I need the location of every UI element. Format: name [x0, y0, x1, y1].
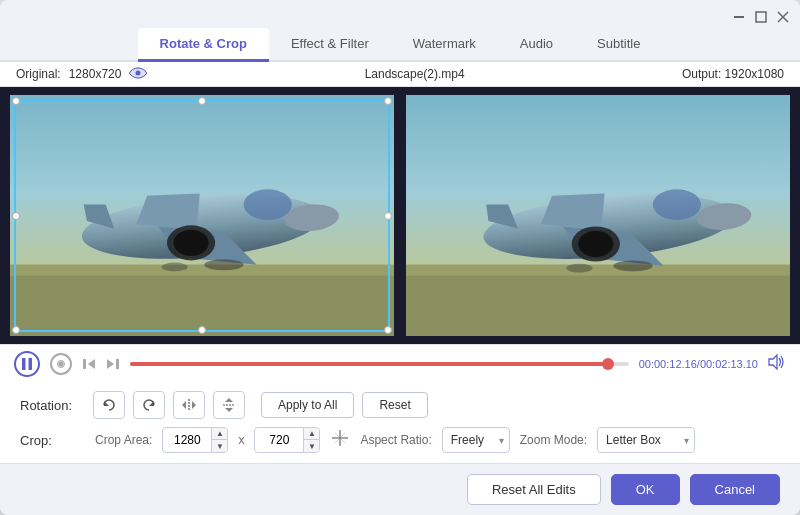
maximize-button[interactable] — [754, 10, 768, 24]
video-area — [0, 87, 800, 344]
rotation-label: Rotation: — [20, 398, 85, 413]
eye-icon[interactable] — [129, 66, 147, 82]
crop-width-down[interactable]: ▼ — [212, 440, 227, 453]
main-window: Rotate & Crop Effect & Filter Watermark … — [0, 0, 800, 515]
output-value: 1920x1080 — [725, 67, 784, 81]
info-bar: Original: 1280x720 Landscape(2).mp4 Outp… — [0, 62, 800, 87]
playback-bar: 00:00:12.16/00:02:13.10 — [0, 344, 800, 383]
svg-point-23 — [653, 189, 701, 220]
tab-effect-filter[interactable]: Effect & Filter — [269, 28, 391, 62]
svg-rect-20 — [406, 265, 790, 276]
tab-audio[interactable]: Audio — [498, 28, 575, 62]
zoom-mode-select-wrapper: Letter Box Pan & Scan Full — [597, 427, 695, 453]
original-label: Original: — [16, 67, 61, 81]
skip-back-button[interactable] — [82, 357, 96, 371]
rotate-right-button[interactable] — [133, 391, 165, 419]
svg-rect-36 — [83, 359, 86, 369]
crop-width-up[interactable]: ▲ — [212, 427, 227, 440]
info-output: Output: 1920x1080 — [682, 67, 784, 81]
video-panel-preview — [406, 95, 790, 336]
flip-horizontal-button[interactable] — [173, 391, 205, 419]
rotation-reset-button[interactable]: Reset — [362, 392, 427, 418]
progress-fill — [130, 362, 609, 366]
tab-rotate-crop[interactable]: Rotate & Crop — [138, 28, 269, 62]
close-button[interactable] — [776, 10, 790, 24]
crop-height-spinners: ▲ ▼ — [303, 427, 319, 453]
tab-watermark[interactable]: Watermark — [391, 28, 498, 62]
progress-bar[interactable] — [130, 362, 629, 366]
pause-button[interactable] — [14, 351, 40, 377]
crop-height-down[interactable]: ▼ — [304, 440, 319, 453]
svg-marker-43 — [182, 401, 186, 409]
zoom-mode-label: Zoom Mode: — [520, 433, 587, 447]
crop-width-input[interactable] — [163, 431, 211, 449]
video-divider — [398, 95, 402, 336]
stop-button[interactable] — [50, 353, 72, 375]
svg-rect-31 — [22, 358, 26, 370]
aspect-ratio-select-wrapper: Freely 16:9 4:3 1:1 9:16 — [442, 427, 510, 453]
tabs-row: Rotate & Crop Effect & Filter Watermark … — [0, 28, 800, 62]
svg-point-16 — [204, 259, 243, 270]
zoom-mode-select[interactable]: Letter Box Pan & Scan Full — [597, 427, 695, 453]
svg-point-4 — [136, 71, 141, 76]
svg-marker-46 — [225, 398, 233, 402]
rotate-left-button[interactable] — [93, 391, 125, 419]
svg-rect-1 — [756, 12, 766, 22]
aspect-ratio-select[interactable]: Freely 16:9 4:3 1:1 9:16 — [442, 427, 510, 453]
svg-point-15 — [174, 230, 209, 256]
crop-x-separator: x — [238, 433, 244, 447]
ok-button[interactable]: OK — [611, 474, 680, 505]
svg-marker-44 — [192, 401, 196, 409]
rotation-row: Rotation: — [20, 391, 780, 419]
crop-height-up[interactable]: ▲ — [304, 427, 319, 440]
svg-marker-47 — [225, 408, 233, 412]
svg-marker-35 — [88, 359, 95, 369]
svg-point-10 — [244, 189, 292, 220]
footer-bar: Reset All Edits OK Cancel — [0, 463, 800, 515]
svg-rect-7 — [10, 265, 394, 276]
crop-area-label: Crop Area: — [95, 433, 152, 447]
crop-row: Crop: Crop Area: ▲ ▼ x ▲ ▼ — [20, 427, 780, 453]
crop-height-input-group: ▲ ▼ — [254, 427, 320, 453]
svg-point-17 — [161, 263, 187, 272]
minimize-button[interactable] — [732, 10, 746, 24]
cancel-button[interactable]: Cancel — [690, 474, 780, 505]
video-panel-original — [10, 95, 394, 336]
svg-marker-37 — [107, 359, 114, 369]
flip-vertical-button[interactable] — [213, 391, 245, 419]
svg-point-30 — [566, 264, 592, 273]
output-label: Output: — [682, 67, 721, 81]
info-original: Original: 1280x720 — [16, 66, 147, 82]
svg-rect-34 — [59, 362, 64, 367]
time-display: 00:00:12.16/00:02:13.10 — [639, 358, 758, 370]
volume-icon[interactable] — [768, 354, 786, 374]
svg-rect-32 — [29, 358, 33, 370]
svg-marker-40 — [104, 401, 109, 406]
video-panels — [0, 95, 800, 336]
svg-point-29 — [613, 260, 652, 271]
svg-point-28 — [578, 231, 613, 257]
title-bar — [0, 0, 800, 28]
crop-width-spinners: ▲ ▼ — [211, 427, 227, 453]
svg-rect-0 — [734, 16, 744, 18]
filename: Landscape(2).mp4 — [365, 67, 465, 81]
progress-thumb[interactable] — [602, 358, 614, 370]
crop-width-input-group: ▲ ▼ — [162, 427, 228, 453]
aspect-ratio-label: Aspect Ratio: — [360, 433, 431, 447]
svg-marker-39 — [769, 355, 777, 369]
original-value: 1280x720 — [69, 67, 122, 81]
tab-subtitle[interactable]: Subtitle — [575, 28, 662, 62]
skip-forward-button[interactable] — [106, 357, 120, 371]
crop-center-icon[interactable] — [330, 428, 350, 452]
apply-to-all-button[interactable]: Apply to All — [261, 392, 354, 418]
video-frame-original — [10, 95, 394, 336]
controls-area: Rotation: — [0, 383, 800, 463]
svg-rect-38 — [116, 359, 119, 369]
video-frame-preview — [406, 95, 790, 336]
reset-all-edits-button[interactable]: Reset All Edits — [467, 474, 601, 505]
crop-label: Crop: — [20, 433, 85, 448]
svg-marker-41 — [149, 401, 154, 406]
crop-height-input[interactable] — [255, 431, 303, 449]
window-controls — [732, 10, 790, 24]
